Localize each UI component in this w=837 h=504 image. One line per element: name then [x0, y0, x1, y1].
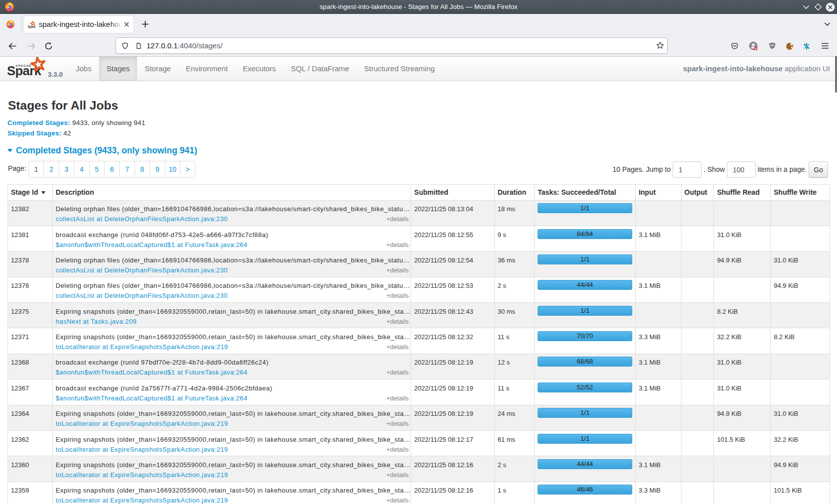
svg-text:Spark: Spark	[28, 25, 36, 29]
svg-text:UO: UO	[770, 44, 774, 47]
svg-text:APACHE: APACHE	[15, 64, 32, 67]
